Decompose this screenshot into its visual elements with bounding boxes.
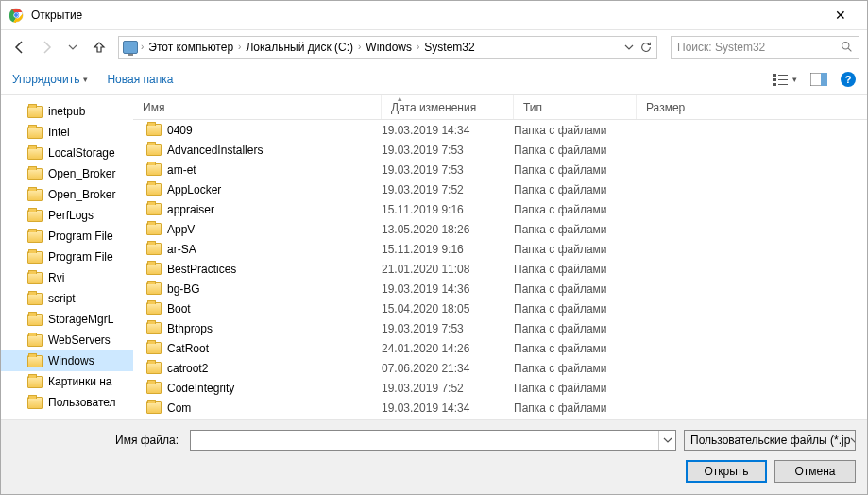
folder-icon	[27, 314, 43, 326]
tree-item[interactable]: inetpub	[1, 101, 133, 122]
tree-item-label: WebServers	[48, 333, 111, 347]
file-date: 13.05.2020 18:26	[382, 223, 514, 236]
address-dropdown-icon[interactable]	[624, 43, 634, 52]
file-type: Папка с файлами	[514, 144, 637, 157]
tree-item[interactable]: Open_Broker	[1, 163, 133, 184]
view-options-button[interactable]: ▾	[773, 73, 797, 86]
refresh-icon[interactable]	[639, 41, 653, 54]
file-row[interactable]: Boot15.04.2020 18:05Папка с файлами	[133, 299, 867, 318]
file-date: 19.03.2019 14:34	[382, 124, 514, 137]
file-list[interactable]: 040919.03.2019 14:34Папка с файламиAdvan…	[133, 120, 867, 419]
tree-item[interactable]: Rvi	[1, 267, 133, 288]
organize-menu[interactable]: Упорядочить▾	[12, 73, 88, 86]
file-name: Bthprops	[167, 322, 213, 335]
column-name[interactable]: Имя	[133, 95, 382, 119]
folder-icon	[146, 282, 162, 295]
file-row[interactable]: am-et19.03.2019 7:53Папка с файлами	[133, 160, 867, 179]
cancel-button[interactable]: Отмена	[774, 460, 856, 483]
filter-dropdown-icon[interactable]	[850, 435, 856, 445]
file-row[interactable]: ar-SA15.11.2019 9:16Папка с файлами	[133, 239, 867, 259]
file-row[interactable]: 040919.03.2019 14:34Папка с файлами	[133, 120, 867, 140]
forward-button[interactable]	[35, 36, 58, 59]
file-name: AppV	[167, 223, 195, 236]
tree-item[interactable]: Пользовател	[1, 392, 133, 413]
file-name: ar-SA	[167, 243, 196, 256]
address-bar[interactable]: › Этот компьютер › Локальный диск (C:) ›…	[118, 36, 657, 59]
preview-pane-button[interactable]	[810, 73, 827, 86]
search-box[interactable]	[671, 36, 859, 59]
folder-icon	[27, 272, 43, 284]
folder-icon	[27, 251, 43, 264]
folder-icon	[27, 293, 43, 305]
file-type: Папка с файлами	[514, 322, 637, 335]
file-row[interactable]: BestPractices21.01.2020 11:08Папка с фай…	[133, 259, 867, 279]
file-row[interactable]: CatRoot24.01.2020 14:26Папка с файлами	[133, 338, 867, 358]
file-name: Boot	[167, 302, 191, 316]
file-row[interactable]: Bthprops19.03.2019 7:53Папка с файлами	[133, 318, 867, 338]
tree-item[interactable]: LocalStorage	[1, 143, 133, 163]
breadcrumb[interactable]: System32	[422, 41, 476, 54]
folder-icon	[27, 106, 43, 118]
tree-item[interactable]: StorageMgrL	[1, 309, 133, 330]
folder-icon	[27, 189, 43, 201]
chevron-icon[interactable]: ›	[138, 42, 146, 52]
column-headers: ▴ Имя Дата изменения Тип Размер	[133, 95, 867, 120]
file-date: 15.04.2020 18:05	[382, 302, 514, 316]
file-row[interactable]: bg-BG19.03.2019 14:36Папка с файлами	[133, 279, 867, 299]
filename-input[interactable]	[190, 430, 676, 451]
column-type[interactable]: Тип	[514, 95, 637, 119]
folder-icon	[146, 263, 162, 275]
file-date: 19.03.2019 7:53	[382, 163, 514, 177]
column-size[interactable]: Размер	[637, 95, 712, 119]
svg-rect-8	[778, 75, 788, 76]
file-name: bg-BG	[167, 282, 200, 296]
file-name: appraiser	[167, 203, 214, 216]
tree-item[interactable]: Open_Broker	[1, 184, 133, 205]
chevron-icon[interactable]: ›	[235, 42, 244, 52]
breadcrumb[interactable]: Этот компьютер	[146, 41, 235, 54]
help-icon[interactable]: ?	[841, 72, 856, 87]
folder-icon	[27, 376, 43, 388]
file-row[interactable]: catroot207.06.2020 21:34Папка с файлами	[133, 358, 867, 378]
folder-icon	[146, 362, 162, 374]
search-input[interactable]	[677, 41, 841, 54]
close-button[interactable]: ✕	[822, 8, 859, 23]
file-type-filter[interactable]: Пользовательские файлы (*.jp	[684, 430, 856, 451]
file-row[interactable]: AppV13.05.2020 18:26Папка с файлами	[133, 219, 867, 239]
pc-icon	[123, 41, 138, 54]
file-row[interactable]: AdvancedInstallers19.03.2019 7:53Папка с…	[133, 140, 867, 160]
tree-item[interactable]: Program File	[1, 247, 133, 267]
tree-item[interactable]: WebServers	[1, 330, 133, 350]
tree-item-label: Program File	[48, 250, 113, 264]
search-icon[interactable]	[841, 41, 853, 53]
file-row[interactable]: Com19.03.2019 14:34Папка с файлами	[133, 398, 867, 418]
file-type: Папка с файлами	[514, 282, 637, 296]
folder-tree[interactable]: inetpubIntelLocalStorageOpen_BrokerOpen_…	[1, 95, 133, 419]
tree-item[interactable]: Program File	[1, 226, 133, 247]
svg-point-3	[14, 13, 18, 17]
chevron-icon[interactable]: ›	[414, 42, 422, 52]
recent-dropdown[interactable]	[61, 36, 84, 59]
tree-item[interactable]: Картинки на	[1, 371, 133, 392]
tree-item[interactable]: PerfLogs	[1, 205, 133, 226]
file-list-panel: ▴ Имя Дата изменения Тип Размер 040919.0…	[133, 95, 867, 419]
up-button[interactable]	[88, 36, 111, 59]
file-name: CatRoot	[167, 342, 209, 355]
tree-item[interactable]: Intel	[1, 122, 133, 143]
folder-icon	[27, 147, 43, 160]
breadcrumb[interactable]: Локальный диск (C:)	[244, 41, 355, 54]
chevron-icon[interactable]: ›	[355, 42, 364, 52]
file-row[interactable]: CodeIntegrity19.03.2019 7:52Папка с файл…	[133, 378, 867, 398]
back-button[interactable]	[9, 36, 31, 59]
file-type: Папка с файлами	[514, 163, 637, 177]
breadcrumb[interactable]: Windows	[364, 41, 414, 54]
new-folder-button[interactable]: Новая папка	[107, 73, 173, 86]
tree-item-label: Пользовател	[48, 396, 116, 409]
filename-field[interactable]	[191, 431, 658, 450]
file-row[interactable]: appraiser15.11.2019 9:16Папка с файлами	[133, 199, 867, 219]
filename-dropdown-icon[interactable]	[658, 431, 675, 450]
open-button[interactable]: Открыть	[686, 460, 767, 483]
tree-item[interactable]: Windows	[1, 350, 133, 371]
tree-item[interactable]: script	[1, 288, 133, 309]
file-row[interactable]: AppLocker19.03.2019 7:52Папка с файлами	[133, 179, 867, 199]
